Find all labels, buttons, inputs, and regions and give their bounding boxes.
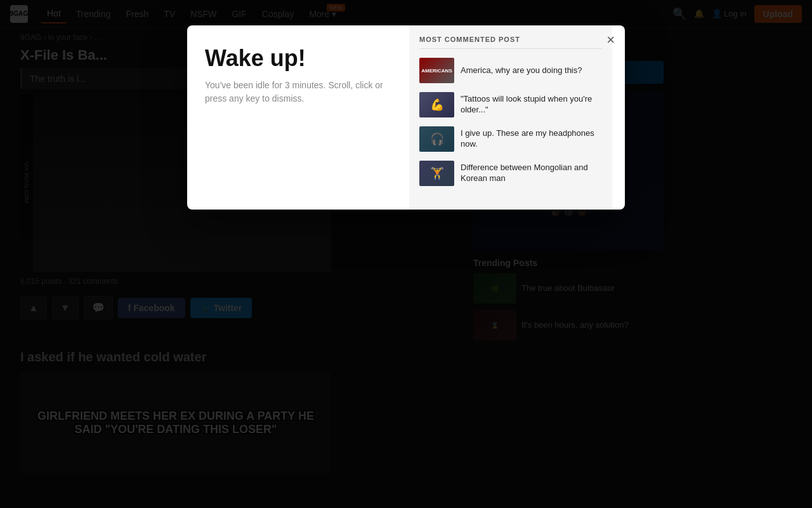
modal-subtitle: You've been idle for 3 minutes. Scroll, … [205, 79, 391, 105]
modal-thumb-tattoos: 💪 [419, 92, 454, 117]
modal-post-text-0: America, why are you doing this? [461, 65, 582, 76]
modal-overlay[interactable]: × Wake up! You've been idle for 3 minute… [0, 0, 812, 508]
wake-up-modal: × Wake up! You've been idle for 3 minute… [187, 25, 625, 210]
modal-section-title: MOST COMMENTED POST [419, 36, 602, 49]
modal-post-item-3[interactable]: 🏋️ Difference between Mongolian and Kore… [419, 161, 602, 186]
modal-left-panel: Wake up! You've been idle for 3 minutes.… [187, 25, 409, 126]
modal-thumb-americans: AMERICANS [419, 58, 454, 83]
modal-post-item-2[interactable]: 🎧 I give up. These are my headphones now… [419, 126, 602, 152]
modal-right-panel: MOST COMMENTED POST AMERICANS America, w… [409, 25, 612, 210]
modal-thumb-mongolian: 🏋️ [419, 161, 454, 186]
modal-post-item-0[interactable]: AMERICANS America, why are you doing thi… [419, 58, 602, 83]
modal-close-button[interactable]: × [606, 33, 615, 47]
modal-post-text-3: Difference between Mongolian and Korean … [461, 163, 602, 184]
modal-post-text-2: I give up. These are my headphones now. [461, 128, 602, 150]
modal-post-item-1[interactable]: 💪 "Tattoos will look stupid when you're … [419, 92, 602, 117]
modal-title: Wake up! [205, 46, 391, 71]
modal-post-text-1: "Tattoos will look stupid when you're ol… [461, 94, 602, 116]
modal-thumb-headphones: 🎧 [419, 126, 454, 152]
